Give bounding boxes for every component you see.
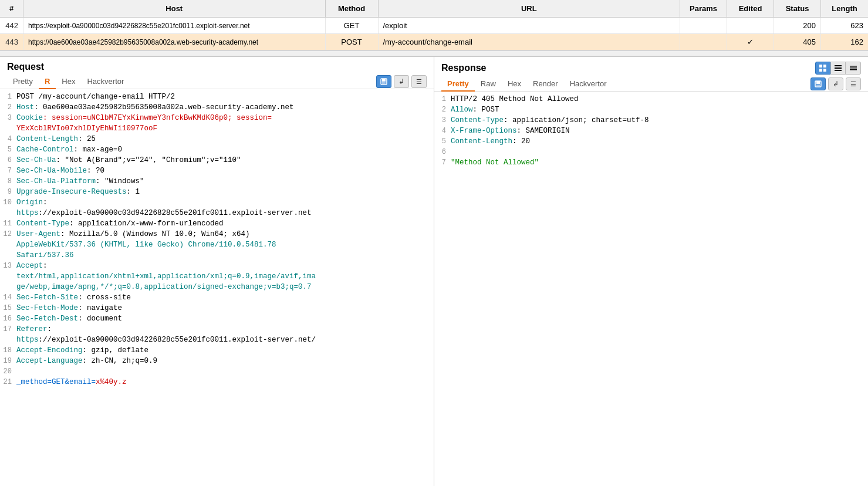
svg-rect-9 [835, 70, 842, 71]
response-title: Response [441, 63, 486, 73]
request-icon-menu[interactable]: ☰ [411, 75, 427, 88]
svg-rect-15 [816, 85, 820, 86]
svg-rect-2 [382, 82, 386, 84]
request-title: Request [7, 62, 44, 72]
code-line: 9Upgrade-Insecure-Requests: 1 [0, 187, 434, 197]
tab-response-hex[interactable]: Hex [502, 77, 527, 92]
table-row[interactable]: 443 https://0ae600ae03ae425982b95635008a… [0, 34, 868, 50]
code-line: 7Sec-Ch-Ua-Mobile: ?0 [0, 166, 434, 176]
col-header-status: Status [774, 0, 821, 17]
cell-row442-params [680, 18, 727, 33]
code-line: AppleWebKit/537.36 (KHTML, like Gecko) C… [0, 239, 434, 250]
code-line: 1HTTP/2 405 Method Not Allowed [434, 94, 868, 104]
request-pane: Request Pretty R Hex Hackvertor ↲ ☰ 1POS… [0, 57, 434, 486]
response-icon-menu[interactable]: ☰ [846, 77, 861, 90]
table-header: # Host Method URL Params Edited Status L… [0, 0, 868, 18]
code-line: 17Referer: [0, 324, 434, 335]
resp-icon-grid[interactable] [815, 62, 830, 75]
code-line: ge/webp,image/apng,*/*;q=0.8,application… [0, 282, 434, 292]
code-line: 16Sec-Fetch-Dest: document [0, 313, 434, 324]
cell-row442-url: /exploit [379, 18, 681, 33]
cell-row443-edited: ✓ [727, 34, 774, 50]
code-line: 14Sec-Fetch-Site: cross-site [0, 292, 434, 303]
code-line: 2Allow: POST [434, 104, 868, 115]
response-pane: Response Pretty Raw Hex Rende [434, 57, 868, 486]
code-line: 6Sec-Ch-Ua: "Not A(Brand";v="24", "Chrom… [0, 155, 434, 166]
svg-rect-3 [819, 65, 822, 68]
tab-response-pretty[interactable]: Pretty [441, 77, 475, 92]
request-icon-save[interactable] [376, 75, 391, 88]
cell-row443-method: POST [326, 34, 379, 50]
cell-row443-length: 162 [821, 34, 868, 50]
code-line: 12User-Agent: Mozilla/5.0 (Windows NT 10… [0, 229, 434, 239]
col-header-host: Host [23, 0, 326, 17]
code-line: 4Content-Length: 25 [0, 134, 434, 144]
cell-row443-params [680, 34, 727, 50]
svg-rect-7 [835, 65, 842, 66]
col-header-length: Length [821, 0, 868, 17]
response-icon-save[interactable] [810, 77, 826, 90]
code-line: 4X-Frame-Options: SAMEORIGIN [434, 126, 868, 136]
cell-row442-id: 442 [0, 18, 23, 33]
cell-row442-method: GET [326, 18, 379, 33]
response-header: Response [434, 57, 868, 77]
cell-row442-length: 623 [821, 18, 868, 33]
svg-rect-8 [835, 68, 842, 69]
cell-row443-url: /my-account/change-email [379, 34, 681, 50]
svg-rect-14 [816, 81, 820, 84]
code-line: 15Sec-Fetch-Mode: navigate [0, 303, 434, 313]
svg-rect-11 [850, 68, 857, 69]
response-icon-wrap[interactable]: ↲ [828, 77, 843, 90]
code-line: 2Host: 0ae600ae03ae425982b95635008a002a.… [0, 102, 434, 113]
split-pane: Request Pretty R Hex Hackvertor ↲ ☰ 1POS… [0, 56, 868, 486]
code-line: 20 [0, 366, 434, 377]
code-line: 11Content-Type: application/x-www-form-u… [0, 218, 434, 229]
request-tabs: Pretty R Hex Hackvertor ↲ ☰ [0, 75, 434, 89]
svg-rect-5 [819, 69, 822, 72]
code-line: Safari/537.36 [0, 250, 434, 261]
code-line: 8Sec-Ch-Ua-Platform: "Windows" [0, 176, 434, 187]
code-line: 7"Method Not Allowed" [434, 157, 868, 168]
code-line: 5Cache-Control: max-age=0 [0, 144, 434, 155]
code-line: 10Origin: [0, 197, 434, 208]
code-line: 21_method=GET&email=x%40y.z [0, 377, 434, 387]
code-line: text/html,application/xhtml+xml,applicat… [0, 271, 434, 282]
code-line: 18Accept-Encoding: gzip, deflate [0, 345, 434, 356]
tab-response-hackvertor[interactable]: Hackvertor [564, 77, 613, 92]
col-header-params: Params [680, 0, 727, 17]
code-line: 6 [434, 147, 868, 157]
code-line: 3Content-Type: application/json; charset… [434, 115, 868, 126]
table-row[interactable]: 442 https://exploit-0a90000c03d94226828c… [0, 18, 868, 34]
tab-request-pretty[interactable]: Pretty [7, 75, 39, 89]
resp-icon-group [815, 62, 861, 75]
resp-icon-mono[interactable] [846, 62, 861, 75]
col-header-hash: # [0, 0, 23, 17]
request-code-area[interactable]: 1POST /my-account/change-email HTTP/22Ho… [0, 89, 434, 486]
svg-rect-6 [823, 69, 826, 72]
col-header-method: Method [326, 0, 379, 17]
resp-icon-list[interactable] [830, 62, 846, 75]
cell-row442-edited [727, 18, 774, 33]
svg-rect-1 [382, 79, 386, 82]
code-line: https://exploit-0a90000c03d94226828c55e2… [0, 208, 434, 218]
svg-rect-4 [823, 65, 826, 68]
svg-rect-10 [850, 66, 857, 67]
response-tabs: Pretty Raw Hex Render Hackvertor ↲ ☰ [434, 77, 868, 92]
response-code-area[interactable]: 1HTTP/2 405 Method Not Allowed2Allow: PO… [434, 92, 868, 486]
tab-response-raw[interactable]: Raw [475, 77, 502, 92]
tab-request-hex[interactable]: Hex [56, 75, 81, 89]
col-header-edited: Edited [727, 0, 774, 17]
code-line: YExXcblRVIo07xhlDIyEhWIi10977ooF [0, 123, 434, 134]
cell-row442-status: 200 [774, 18, 821, 33]
request-header: Request [0, 57, 434, 75]
code-line: 19Accept-Language: zh-CN, zh;q=0.9 [0, 356, 434, 366]
tab-request-hackvertor[interactable]: Hackvertor [81, 75, 130, 89]
code-line: 1POST /my-account/change-email HTTP/2 [0, 92, 434, 102]
cell-row443-status: 405 [774, 34, 821, 50]
code-line: 5Content-Length: 20 [434, 136, 868, 147]
code-line: 13Accept: [0, 261, 434, 271]
col-header-url: URL [379, 0, 681, 17]
request-icon-wrap[interactable]: ↲ [394, 75, 409, 88]
tab-request-r[interactable]: R [39, 75, 56, 89]
tab-response-render[interactable]: Render [527, 77, 564, 92]
